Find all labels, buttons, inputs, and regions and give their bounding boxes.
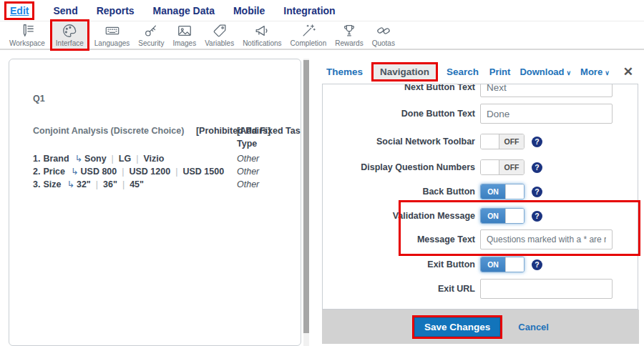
toolbar-item-notifications[interactable]: Notifications [239, 21, 285, 49]
key-icon [143, 23, 159, 39]
attribute-name: Price [43, 167, 65, 177]
attribute-level: USD 800 [81, 167, 117, 177]
nav-item-integration[interactable]: Integration [283, 5, 335, 16]
nav-item-reports[interactable]: Reports [97, 5, 135, 16]
tab-themes[interactable]: Themes [326, 66, 363, 77]
toolbar-item-rewards[interactable]: Rewards [331, 21, 366, 49]
form-row-display-question-numbers: Display Question Numbers OFF ? [323, 159, 638, 175]
edit-annotation-box: Edit [4, 1, 34, 20]
add-fixed-tasks-link[interactable]: [Add Fixed Tasks [237, 126, 301, 136]
toolbar-item-workspace[interactable]: Workspace [6, 21, 49, 49]
form-row-message-text: Message Text [323, 229, 638, 249]
level-arrow-icon: ↳ [67, 179, 74, 189]
level-arrow-icon: ↳ [75, 154, 82, 164]
attribute-type: Other [237, 178, 259, 191]
tab-navigation[interactable]: Navigation [371, 62, 438, 81]
form-row-social-network-toolbar: Social Network Toolbar OFF ? [323, 134, 638, 149]
question-code: Q1 [33, 94, 301, 104]
navigation-settings-form: Next Button Text Done Button Text Social… [322, 84, 638, 310]
form-row-exit-url: Exit URL [323, 279, 638, 299]
toolbar-item-interface[interactable]: Interface [50, 19, 89, 51]
print-link[interactable]: Print [489, 66, 511, 77]
display-question-numbers-toggle[interactable]: OFF [480, 159, 525, 175]
separator: | [122, 179, 125, 189]
keyboard-icon [104, 23, 120, 39]
toolbar-item-security[interactable]: Security [135, 21, 167, 49]
help-icon[interactable]: ? [532, 260, 542, 270]
settings-tab-bar: Themes Navigation Search Print Download∨… [315, 61, 644, 82]
exit-url-input[interactable] [480, 279, 613, 299]
level-arrow-icon: ↳ [71, 167, 78, 177]
toggle-state-label: ON [481, 184, 505, 199]
chevron-down-icon: ∨ [605, 69, 610, 76]
toggle-knob [481, 160, 499, 174]
attribute-row-price: 2.Price↳USD 800|USD 1200|USD 1500 Other [33, 165, 301, 178]
toolbar-item-label: Security [138, 39, 164, 47]
help-icon[interactable]: ? [532, 187, 542, 197]
toggle-state-label: OFF [499, 134, 524, 149]
attribute-level: 32" [77, 179, 91, 189]
toolbar-item-completion[interactable]: Completion [287, 21, 331, 49]
attribute-row-brand: 1.Brand↳Sony|LG|Vizio Other [33, 152, 301, 165]
form-row-validation-message: Validation Message ON ? [323, 208, 638, 224]
attribute-level: 36" [103, 179, 117, 189]
form-row-done-button-text: Done Button Text [323, 104, 638, 124]
attribute-level: USD 1200 [130, 167, 171, 177]
tab-search[interactable]: Search [447, 66, 479, 77]
toggle-state-label: ON [481, 209, 505, 223]
save-annotation-box: Save Changes [412, 315, 502, 339]
attribute-type: Other [237, 152, 259, 165]
nav-item-manage-data[interactable]: Manage Data [153, 5, 215, 16]
help-icon[interactable]: ? [532, 137, 542, 147]
toolbar-item-languages[interactable]: Languages [91, 21, 134, 49]
nav-item-mobile[interactable]: Mobile [233, 5, 265, 16]
field-label: Exit Button [323, 260, 475, 270]
toggle-knob [505, 257, 524, 272]
question-title: Conjoint Analysis (Discrete Choice) [33, 126, 184, 136]
scrollbar-thumb[interactable] [303, 60, 309, 333]
field-label: Validation Message [323, 211, 475, 221]
save-changes-button[interactable]: Save Changes [414, 317, 500, 337]
field-label: Next Button Text [323, 84, 475, 92]
nav-item-send[interactable]: Send [53, 5, 77, 16]
workspace-icon [19, 23, 35, 39]
message-text-input[interactable] [480, 229, 613, 249]
toolbar-item-label: Notifications [243, 39, 281, 47]
close-icon[interactable]: ✕ [623, 64, 633, 79]
attribute-level: Vizio [143, 154, 164, 164]
type-column-header: Type [237, 137, 257, 150]
cancel-link[interactable]: Cancel [518, 322, 549, 332]
image-icon [177, 23, 192, 39]
toolbar-item-variables[interactable]: Variables [201, 21, 238, 49]
toolbar-item-label: Variables [205, 39, 234, 47]
next-button-text-input[interactable] [480, 84, 613, 97]
help-icon[interactable]: ? [532, 211, 542, 222]
megaphone-icon [254, 23, 270, 39]
toolbar-item-quotas[interactable]: Quotas [369, 21, 399, 49]
field-label: Message Text [323, 234, 475, 244]
form-row-back-button: Back Button ON ? [323, 184, 638, 199]
toggle-knob [481, 134, 499, 149]
toolbar-item-images[interactable]: Images [169, 21, 200, 49]
field-label: Done Button Text [323, 109, 475, 119]
separator: | [122, 167, 124, 177]
question-preview-panel: Q1 Conjoint Analysis (Discrete Choice) [… [9, 59, 301, 346]
form-row-exit-button: Exit Button ON ? [323, 257, 638, 272]
separator: | [112, 154, 114, 164]
nav-item-edit[interactable]: Edit [10, 5, 29, 16]
help-icon[interactable]: ? [532, 162, 542, 173]
more-link[interactable]: More∨ [580, 66, 610, 77]
attribute-name: Size [43, 179, 61, 189]
validation-message-toggle[interactable]: ON [480, 208, 525, 224]
attribute-level: LG [119, 154, 131, 164]
download-link[interactable]: Download∨ [519, 66, 571, 77]
done-button-text-input[interactable] [480, 104, 613, 124]
exit-button-toggle[interactable]: ON [480, 257, 525, 272]
attribute-level: Sony [84, 154, 107, 164]
field-label: Back Button [323, 187, 475, 197]
chevron-down-icon: ∨ [567, 69, 572, 76]
toolbar-item-label: Workspace [9, 39, 45, 47]
attribute-level: 45" [130, 179, 144, 189]
back-button-toggle[interactable]: ON [480, 184, 525, 199]
social-network-toolbar-toggle[interactable]: OFF [480, 134, 525, 149]
